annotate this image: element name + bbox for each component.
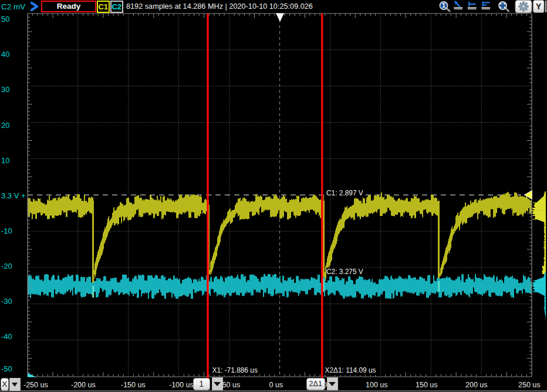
svg-text:Y: Y: [536, 2, 542, 11]
svg-text:1: 1: [442, 2, 445, 9]
